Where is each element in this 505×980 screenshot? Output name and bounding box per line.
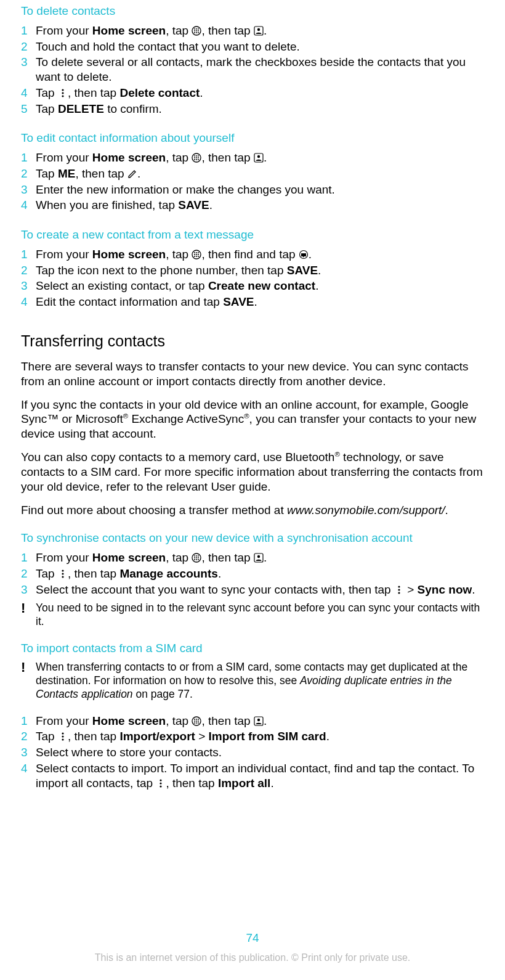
paragraph: You can also copy contacts to a memory c… [21, 450, 484, 494]
step-text: From your Home screen, tap , then tap . [36, 150, 484, 165]
step-number: 1 [21, 714, 36, 729]
step-text: Tap the icon next to the phone number, t… [36, 263, 484, 278]
important-icon: ! [21, 602, 36, 629]
step-text: Select where to store your contacts. [36, 745, 484, 760]
step: 1 From your Home screen, tap , then tap … [21, 23, 484, 38]
step: 4 Edit the contact information and tap S… [21, 295, 484, 309]
step-number: 4 [21, 198, 36, 213]
step-text: Enter the new information or make the ch… [36, 182, 484, 197]
steps-sim: 1 From your Home screen, tap , then tap … [21, 714, 484, 791]
step-text: Touch and hold the contact that you want… [36, 39, 484, 54]
heading-edit-self: To edit contact information about yourse… [21, 131, 484, 145]
step-number: 1 [21, 23, 36, 38]
step-number: 3 [21, 55, 36, 84]
contacts-icon [254, 714, 264, 729]
messaging-icon [299, 247, 309, 262]
apps-icon [192, 150, 201, 165]
step: 1 From your Home screen, tap , then tap … [21, 150, 484, 165]
step-number: 4 [21, 761, 36, 791]
step: 3 Select an existing contact, or tap Cre… [21, 279, 484, 293]
note-text: You need to be signed in to the relevant… [36, 602, 484, 629]
step: 2 Tap , then tap Import/export > Import … [21, 729, 484, 744]
heading-from-text: To create a new contact from a text mess… [21, 227, 484, 242]
step: 1 From your Home screen, tap , then tap … [21, 550, 484, 565]
step-text: Select contacts to import. To import an … [36, 761, 484, 791]
more-icon [156, 776, 166, 791]
note-sim: ! When transferring contacts to or from … [21, 661, 484, 701]
step: 3 Select the account that you want to sy… [21, 582, 484, 597]
step: 3 Select where to store your contacts. [21, 745, 484, 760]
step: 2 Tap , then tap Manage accounts. [21, 566, 484, 581]
contacts-icon [254, 550, 264, 565]
step: 4 Tap , then tap Delete contact. [21, 86, 484, 100]
step-number: 2 [21, 166, 36, 181]
step-number: 3 [21, 745, 36, 760]
step-text: From your Home screen, tap , then tap . [36, 550, 484, 565]
steps-sync: 1 From your Home screen, tap , then tap … [21, 550, 484, 597]
contacts-icon [254, 150, 264, 165]
step-number: 1 [21, 550, 36, 565]
step-text: To delete several or all contacts, mark … [36, 55, 484, 84]
paragraph: If you sync the contacts in your old dev… [21, 398, 484, 442]
step-text: Tap DELETE to confirm. [36, 102, 484, 116]
step: 2 Tap the icon next to the phone number,… [21, 263, 484, 278]
step-text: From your Home screen, tap , then tap . [36, 714, 484, 729]
step-number: 2 [21, 39, 36, 54]
step-number: 4 [21, 295, 36, 309]
heading-delete-contacts: To delete contacts [21, 4, 484, 18]
step-number: 3 [21, 182, 36, 197]
apps-icon [192, 23, 201, 38]
step-number: 1 [21, 150, 36, 165]
step: 5 Tap DELETE to confirm. [21, 102, 484, 116]
contacts-icon [254, 23, 264, 38]
heading-transferring: Transferring contacts [21, 332, 484, 351]
step: 1 From your Home screen, tap , then tap … [21, 714, 484, 729]
step-number: 2 [21, 566, 36, 581]
steps-from-text: 1 From your Home screen, tap , then find… [21, 247, 484, 309]
more-icon [394, 582, 404, 597]
important-icon: ! [21, 661, 36, 701]
heading-sync: To synchronise contacts on your new devi… [21, 531, 484, 545]
heading-sim: To import contacts from a SIM card [21, 641, 484, 656]
more-icon [58, 566, 68, 581]
step-number: 2 [21, 263, 36, 278]
pencil-icon [127, 166, 137, 181]
step: 2 Tap ME, then tap . [21, 166, 484, 181]
step-text: Select an existing contact, or tap Creat… [36, 279, 484, 293]
note-text: When transferring contacts to or from a … [36, 661, 484, 701]
step-text: From your Home screen, tap , then tap . [36, 23, 484, 38]
more-icon [58, 729, 68, 744]
apps-icon [192, 247, 201, 262]
step: 4 When you are finished, tap SAVE. [21, 198, 484, 213]
support-link[interactable]: www.sonymobile.com/support/ [287, 504, 445, 517]
paragraph: Find out more about choosing a transfer … [21, 503, 484, 518]
step: 2 Touch and hold the contact that you wa… [21, 39, 484, 54]
step: 3 To delete several or all contacts, mar… [21, 55, 484, 84]
step-number: 3 [21, 279, 36, 293]
more-icon [58, 86, 68, 100]
step-text: Edit the contact information and tap SAV… [36, 295, 484, 309]
step-number: 4 [21, 86, 36, 100]
step-text: Tap ME, then tap . [36, 166, 484, 181]
step: 4 Select contacts to import. To import a… [21, 761, 484, 791]
step-text: When you are finished, tap SAVE. [36, 198, 484, 213]
apps-icon [192, 550, 201, 565]
step-text: Tap , then tap Import/export > Import fr… [36, 729, 484, 744]
steps-edit-self: 1 From your Home screen, tap , then tap … [21, 150, 484, 213]
steps-delete: 1 From your Home screen, tap , then tap … [21, 23, 484, 116]
step-number: 5 [21, 102, 36, 116]
step-number: 1 [21, 247, 36, 262]
step: 1 From your Home screen, tap , then find… [21, 247, 484, 262]
step-text: From your Home screen, tap , then find a… [36, 247, 484, 262]
step-number: 2 [21, 729, 36, 744]
step-text: Tap , then tap Delete contact. [36, 86, 484, 100]
step-text: Tap , then tap Manage accounts. [36, 566, 484, 581]
step: 3 Enter the new information or make the … [21, 182, 484, 197]
note-sync: ! You need to be signed in to the releva… [21, 602, 484, 629]
paragraph: There are several ways to transfer conta… [21, 359, 484, 389]
footer-text: This is an internet version of this publ… [0, 952, 505, 964]
page-number: 74 [0, 931, 505, 945]
step-number: 3 [21, 582, 36, 597]
apps-icon [192, 714, 201, 729]
step-text: Select the account that you want to sync… [36, 582, 484, 597]
